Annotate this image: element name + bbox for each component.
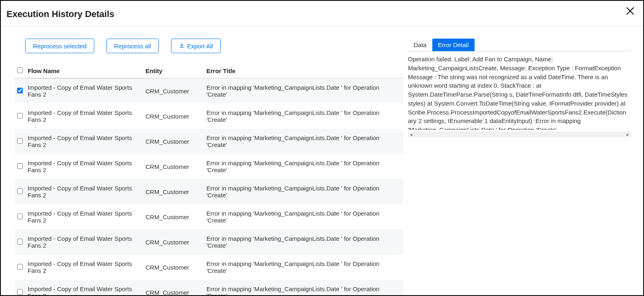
cell-flow-name: Imported - Copy of Email Water Sports Fa…: [25, 280, 143, 296]
cell-entity: CRM_Customer: [143, 255, 204, 280]
cell-error-title: Error in mapping 'Marketing_CampaignList…: [204, 78, 403, 104]
error-detail-text[interactable]: Operation failed. Label: Add Fan to Camp…: [408, 55, 631, 130]
cell-entity: CRM_Customer: [143, 179, 204, 204]
export-all-button[interactable]: Export All: [171, 39, 221, 53]
col-error-title[interactable]: Error Title: [204, 64, 403, 78]
table-row[interactable]: Imported - Copy of Email Water Sports Fa…: [15, 204, 403, 229]
errors-table: Flow Name Entity Error Title Imported - …: [15, 64, 403, 296]
row-checkbox[interactable]: [17, 138, 23, 144]
cell-error-title: Error in mapping 'Marketing_CampaignList…: [204, 129, 403, 154]
button-label: Reprocess all: [114, 43, 151, 50]
button-label: Export All: [187, 43, 213, 50]
col-flow-name[interactable]: Flow Name: [25, 64, 143, 78]
table-row[interactable]: Imported - Copy of Email Water Sports Fa…: [15, 255, 403, 280]
scroll-left-icon[interactable]: ◄: [409, 132, 413, 137]
row-checkbox[interactable]: [17, 163, 23, 169]
table-row[interactable]: Imported - Copy of Email Water Sports Fa…: [15, 280, 403, 296]
cell-entity: CRM_Customer: [143, 229, 204, 255]
tab-data[interactable]: Data: [408, 39, 432, 51]
select-all-checkbox[interactable]: [17, 67, 23, 73]
cell-flow-name: Imported - Copy of Email Water Sports Fa…: [25, 154, 143, 179]
row-checkbox[interactable]: [17, 88, 23, 93]
cell-error-title: Error in mapping 'Marketing_CampaignList…: [204, 154, 403, 179]
table-row[interactable]: Imported - Copy of Email Water Sports Fa…: [15, 129, 403, 154]
horizontal-scrollbar[interactable]: ◄ ►: [408, 132, 631, 137]
close-icon[interactable]: [622, 6, 638, 18]
toolbar: Reprocess selected Reprocess all Export …: [25, 39, 403, 53]
cell-flow-name: Imported - Copy of Email Water Sports Fa…: [25, 229, 143, 255]
table-row[interactable]: Imported - Copy of Email Water Sports Fa…: [15, 179, 403, 204]
list-pane: Reprocess selected Reprocess all Export …: [1, 26, 403, 296]
row-checkbox[interactable]: [17, 113, 23, 119]
cell-entity: CRM_Customer: [143, 154, 204, 179]
table-header-row: Flow Name Entity Error Title: [15, 64, 403, 78]
row-checkbox[interactable]: [17, 239, 23, 244]
reprocess-selected-button[interactable]: Reprocess selected: [25, 39, 94, 53]
cell-error-title: Error in mapping 'Marketing_CampaignList…: [204, 204, 403, 229]
row-checkbox[interactable]: [17, 264, 23, 270]
cell-error-title: Error in mapping 'Marketing_CampaignList…: [204, 255, 403, 280]
detail-pane: Data Error Detail Operation failed. Labe…: [408, 26, 643, 296]
cell-entity: CRM_Customer: [143, 78, 204, 104]
cell-flow-name: Imported - Copy of Email Water Sports Fa…: [25, 204, 143, 229]
cell-entity: CRM_Customer: [143, 280, 204, 296]
cell-entity: CRM_Customer: [143, 204, 204, 229]
dialog-header: Execution History Details: [1, 1, 643, 26]
tab-error-detail[interactable]: Error Detail: [432, 39, 475, 51]
col-entity[interactable]: Entity: [143, 64, 204, 78]
download-icon: [179, 42, 185, 50]
cell-error-title: Error in mapping 'Marketing_CampaignList…: [204, 280, 403, 296]
scroll-right-icon[interactable]: ►: [626, 132, 630, 137]
table-row[interactable]: Imported - Copy of Email Water Sports Fa…: [15, 154, 403, 179]
cell-flow-name: Imported - Copy of Email Water Sports Fa…: [25, 255, 143, 280]
row-checkbox[interactable]: [17, 289, 23, 295]
cell-error-title: Error in mapping 'Marketing_CampaignList…: [204, 179, 403, 204]
cell-flow-name: Imported - Copy of Email Water Sports Fa…: [25, 104, 143, 129]
row-checkbox[interactable]: [17, 214, 23, 219]
row-checkbox[interactable]: [17, 188, 23, 194]
dialog-title: Execution History Details: [7, 9, 637, 19]
cell-flow-name: Imported - Copy of Email Water Sports Fa…: [25, 129, 143, 154]
cell-flow-name: Imported - Copy of Email Water Sports Fa…: [25, 78, 143, 104]
table-row[interactable]: Imported - Copy of Email Water Sports Fa…: [15, 104, 403, 129]
reprocess-all-button[interactable]: Reprocess all: [106, 39, 159, 53]
cell-entity: CRM_Customer: [143, 129, 204, 154]
cell-entity: CRM_Customer: [143, 104, 204, 129]
table-row[interactable]: Imported - Copy of Email Water Sports Fa…: [15, 78, 403, 104]
cell-flow-name: Imported - Copy of Email Water Sports Fa…: [25, 179, 143, 204]
cell-error-title: Error in mapping 'Marketing_CampaignList…: [204, 229, 403, 255]
table-row[interactable]: Imported - Copy of Email Water Sports Fa…: [15, 229, 403, 255]
cell-error-title: Error in mapping 'Marketing_CampaignList…: [204, 104, 403, 129]
detail-tabs: Data Error Detail: [408, 39, 631, 52]
button-label: Reprocess selected: [33, 43, 87, 50]
